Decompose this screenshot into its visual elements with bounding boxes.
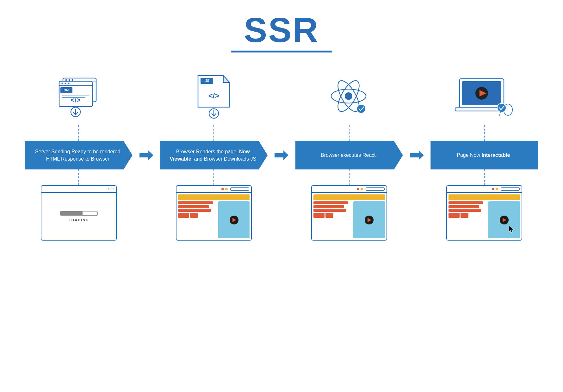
browsers-row: LOADING: [19, 185, 544, 248]
browser-4-dot1: [492, 188, 494, 190]
browser-3: [311, 185, 387, 241]
content-blocks-4: [449, 213, 487, 218]
title-section: SSR: [231, 13, 332, 52]
loading-state: LOADING: [44, 195, 114, 237]
video-thumb-3: [353, 201, 385, 238]
svg-text:HTML: HTML: [63, 89, 71, 92]
browser-3-topbar: [312, 186, 387, 193]
banner-3: Browser executes React: [295, 141, 403, 169]
content-header-2: [178, 194, 250, 200]
browser-1: LOADING: [41, 185, 117, 241]
content-left-4: [449, 201, 487, 238]
svg-marker-39: [139, 150, 153, 160]
browser-4: [446, 185, 522, 241]
dashed-v-3: [349, 125, 350, 141]
browser-2-dot1: [221, 188, 224, 190]
title-underline: [231, 51, 332, 52]
browser-2-search: [230, 187, 249, 191]
browser-gap-1: [139, 185, 154, 248]
video-thumb-4: [488, 201, 520, 238]
browser-1-container: LOADING: [41, 185, 117, 248]
svg-point-4: [72, 79, 73, 81]
step1-col: HTML </>: [19, 68, 139, 125]
browser-2: [176, 185, 252, 241]
content-row-2: [178, 201, 250, 238]
content-line-4b: [449, 205, 479, 208]
flow-container: HTML </>: [19, 68, 544, 248]
browser-3-body: [312, 193, 387, 240]
step2-browser-col: [154, 185, 274, 248]
dashed-lines-row-2: [19, 169, 544, 185]
banner-2: Browser Renders the page, Now Viewable, …: [160, 141, 268, 169]
browser-1-topbar: [41, 186, 116, 193]
block-3b: [325, 213, 333, 218]
svg-text:.JS: .JS: [205, 79, 209, 83]
content-left-2: [178, 201, 217, 238]
arrow-gap-3: [409, 141, 425, 169]
page-title: SSR: [231, 13, 332, 47]
right-arrow-2: [275, 150, 288, 160]
browser-3-dot1: [357, 188, 359, 190]
browser-1-body: LOADING: [41, 193, 116, 240]
svg-point-11: [68, 83, 70, 84]
banners-row: Server Sending Ready to be rendered HTML…: [19, 141, 544, 169]
step4-icon: [453, 68, 516, 125]
browser-4-search: [501, 187, 520, 191]
browser-gap-3: [409, 185, 424, 248]
svg-marker-41: [410, 150, 424, 160]
right-arrow-3: [410, 150, 424, 160]
content-line-4c: [449, 209, 481, 212]
laptop-icon: [453, 72, 516, 121]
browser-3-search: [366, 187, 385, 191]
svg-point-3: [69, 79, 70, 81]
browser-2-body: [176, 193, 251, 240]
browser-1-dot1: [108, 188, 110, 190]
right-arrow-1: [139, 150, 153, 160]
content-right-2: [218, 201, 250, 238]
play-btn-2: [230, 216, 238, 224]
dashed-v-4: [484, 125, 485, 141]
js-file-icon: .JS </>: [192, 72, 236, 121]
step3-banner-col: Browser executes React: [289, 141, 409, 169]
banner-1: Server Sending Ready to be rendered HTML…: [25, 141, 133, 169]
content-state-2: [178, 194, 250, 238]
content-header-3: [313, 194, 385, 200]
svg-point-2: [65, 79, 67, 81]
svg-point-9: [62, 83, 63, 84]
browser-3-dot2: [361, 188, 363, 190]
browser-1-dot2: [112, 188, 114, 190]
play-triangle-2: [232, 218, 236, 222]
gap1: [139, 68, 154, 125]
dashed-v-8: [484, 169, 485, 185]
banner-1-text: Server Sending Ready to be rendered HTML…: [32, 148, 124, 162]
svg-text:</>: </>: [208, 91, 220, 100]
video-thumb-2: [218, 201, 250, 238]
browser-gap-2: [274, 185, 289, 248]
arrow-gap-1: [139, 141, 154, 169]
block-3a: [313, 213, 325, 218]
step1-browser-col: LOADING: [19, 185, 139, 248]
gap3: [409, 68, 424, 125]
banner-2-text: Browser Renders the page, Now Viewable, …: [167, 148, 259, 162]
block-4b: [461, 213, 468, 218]
step4-banner-col: Page Now Interactable: [425, 141, 544, 169]
browser-4-topbar: [447, 186, 522, 193]
content-line-4a: [449, 201, 483, 204]
content-line-3b: [313, 205, 344, 208]
svg-point-38: [497, 103, 506, 112]
loading-bar-fill: [60, 211, 83, 215]
browser-4-body: [447, 193, 522, 240]
content-header-4: [449, 194, 520, 200]
step3-col: [289, 68, 409, 125]
content-line-3a: [313, 201, 348, 204]
dashed-v-5: [78, 169, 79, 185]
step2-icon: .JS </>: [192, 68, 236, 125]
loading-bar-container: [60, 211, 98, 216]
loading-text: LOADING: [69, 218, 89, 222]
browser-4-container: [446, 185, 522, 248]
content-line-2: [178, 205, 209, 208]
browser-2-dot2: [225, 188, 228, 190]
dashed-v-6: [213, 169, 214, 185]
content-right-3: [353, 201, 385, 238]
step3-browser-col: [289, 185, 409, 248]
